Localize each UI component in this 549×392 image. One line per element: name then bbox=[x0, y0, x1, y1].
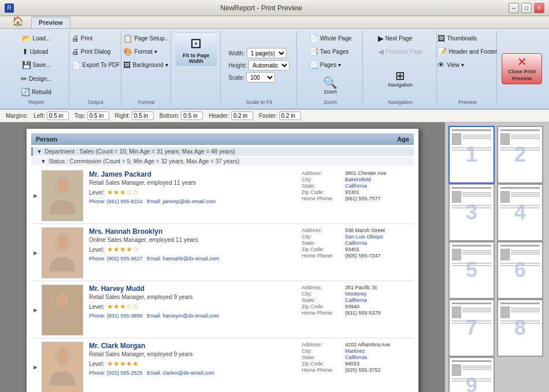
person-name: Mrs. Hannah Brooklyn bbox=[89, 227, 296, 236]
ribbon-toolbar: 📂Load... ⬆Upload 💾Save... ✏Design... 🔄Re… bbox=[0, 29, 549, 110]
thumbnail-item[interactable]: 9 bbox=[448, 357, 495, 392]
design-button[interactable]: ✏Design... bbox=[17, 73, 55, 85]
close-print-button[interactable]: ✕ Close Print Preview bbox=[502, 53, 542, 84]
maximize-btn[interactable]: □ bbox=[521, 3, 532, 13]
footer-margin-input[interactable] bbox=[279, 111, 301, 120]
load-button[interactable]: 📂Load... bbox=[18, 32, 54, 44]
zoom-button[interactable]: 🔍 Zoom bbox=[319, 75, 342, 96]
height-select[interactable]: Automatic bbox=[248, 60, 290, 70]
width-param: Width: 1 page(s) bbox=[228, 48, 286, 58]
expand-icon[interactable]: ▶ bbox=[34, 250, 42, 256]
svg-point-1 bbox=[57, 178, 68, 193]
ribbon-group-output: 🖨Print 🖨Print Dialog 📄Export To PDF Outp… bbox=[71, 31, 121, 106]
header-margin-label: Header: bbox=[209, 113, 229, 119]
header-age: Age bbox=[397, 136, 409, 143]
right-margin-input[interactable] bbox=[132, 111, 154, 120]
background-button[interactable]: 🖼Background ▾ bbox=[120, 59, 173, 71]
ribbon-group-report: 📂Load... ⬆Upload 💾Save... ✏Design... 🔄Re… bbox=[3, 31, 69, 106]
export-pdf-button[interactable]: 📄Export To PDF bbox=[68, 59, 124, 71]
scale-select[interactable]: 100 bbox=[246, 72, 275, 83]
tab-file[interactable]: 🏠 bbox=[5, 13, 31, 28]
ribbon-tab-bar: 🏠 Preview bbox=[0, 16, 549, 29]
person-contact: Phone: (661) 555-8224 Email: jamesp@dx-e… bbox=[89, 199, 296, 204]
rebuild-button[interactable]: 🔄Rebuild bbox=[17, 86, 55, 98]
right-margin-label: Right: bbox=[115, 113, 130, 119]
thumbnail-item[interactable]: 6 bbox=[497, 241, 543, 299]
expand-icon[interactable]: ▶ bbox=[34, 364, 42, 370]
svg-point-3 bbox=[57, 235, 68, 250]
close-btn[interactable]: ✕ bbox=[534, 3, 544, 13]
ribbon-group-scale: Width: 1 page(s) Height: Automatic Scale… bbox=[222, 31, 297, 106]
pages-button[interactable]: 📃Pages ▾ bbox=[306, 59, 355, 71]
thumbnail-row: 3 4 bbox=[448, 184, 546, 241]
thumbnail-item[interactable]: 3 bbox=[448, 184, 495, 241]
left-margin-input[interactable] bbox=[47, 111, 69, 120]
top-margin-field: Top: bbox=[75, 111, 109, 120]
thumbnail-item[interactable]: 4 bbox=[497, 184, 543, 241]
thumbnail-item[interactable]: 8 bbox=[497, 299, 543, 357]
print-button[interactable]: 🖨Print bbox=[68, 32, 124, 44]
fit-page-button[interactable]: ⊡ Fit to Page Width bbox=[176, 32, 217, 67]
save-button[interactable]: 💾Save... bbox=[18, 59, 54, 71]
bottom-margin-field: Bottom: bbox=[159, 111, 203, 120]
thumbnail-row: 7 8 bbox=[448, 299, 546, 357]
scale-param: Scale: 100 bbox=[228, 72, 275, 83]
svg-point-7 bbox=[57, 349, 68, 364]
report-header: Person Age bbox=[31, 133, 414, 145]
expand-icon[interactable]: ▶ bbox=[34, 307, 42, 313]
thumbnail-item[interactable]: 7 bbox=[448, 299, 495, 357]
ribbon-group-format: 📋Page Setup... 🎨Format ▾ 🖼Background ▾ F… bbox=[123, 31, 171, 106]
navigation-button[interactable]: ⊞ Navigation bbox=[385, 68, 416, 89]
report-group-content: 📂Load... ⬆Upload 💾Save... ✏Design... 🔄Re… bbox=[7, 32, 65, 98]
minimize-btn[interactable]: ─ bbox=[509, 3, 519, 13]
person-photo bbox=[42, 285, 83, 335]
top-margin-input[interactable] bbox=[87, 111, 109, 120]
thumbnail-row: 1 2 bbox=[448, 126, 546, 184]
zoom-group-label: Zoom bbox=[298, 99, 363, 105]
person-title: Retail Sales Manager, employed 11 years bbox=[89, 180, 296, 186]
next-page-button[interactable]: ▶Next Page bbox=[374, 32, 426, 44]
whole-page-button[interactable]: 📄Whole Page bbox=[306, 32, 355, 44]
person-name: Mr. Clark Morgan bbox=[89, 342, 296, 350]
person-photo bbox=[42, 170, 83, 221]
left-margin-label: Left: bbox=[34, 113, 44, 119]
page-setup-button[interactable]: 📋Page Setup... bbox=[120, 32, 173, 44]
person-level: Level:★★★★☆ bbox=[89, 245, 296, 253]
thumbnail-item[interactable]: 1 bbox=[448, 126, 495, 184]
svg-point-5 bbox=[57, 292, 68, 307]
tab-preview[interactable]: Preview bbox=[31, 17, 71, 28]
print-dialog-button[interactable]: 🖨Print Dialog bbox=[68, 46, 124, 58]
person-row: ▶ Mr. Harvey MuddRetail Sales Manager, e… bbox=[31, 282, 414, 338]
header-person: Person bbox=[36, 136, 57, 143]
two-pages-button[interactable]: 📑Two Pages bbox=[306, 46, 355, 58]
format-button[interactable]: 🎨Format ▾ bbox=[120, 46, 173, 58]
ribbon-group-zoom: 📄Whole Page 📑Two Pages 📃Pages ▾ 🔍 Zoom Z… bbox=[298, 31, 363, 106]
person-name: Mr. Harvey Mudd bbox=[89, 285, 296, 293]
person-address: Address:4202 Alhambra Ave City:Martinez … bbox=[296, 342, 411, 392]
person-info: Mrs. Hannah BrooklynOnline Sales Manager… bbox=[83, 227, 296, 278]
preview-group-label: Preview bbox=[438, 99, 496, 105]
main-area: Person Age ▼Department : Sales (Count = … bbox=[0, 122, 549, 392]
person-contact: Phone: (831) 555-3895 Email: harveym@dx-… bbox=[89, 313, 296, 319]
header-margin-input[interactable] bbox=[231, 111, 253, 120]
footer-margin-field: Footer: bbox=[259, 111, 301, 120]
thumbnails-button[interactable]: 🖼Thumbnails bbox=[434, 32, 500, 44]
thumbnail-item[interactable]: 2 bbox=[497, 126, 543, 184]
view-button[interactable]: 👁View ▾ bbox=[434, 59, 500, 71]
bottom-margin-input[interactable] bbox=[181, 111, 203, 120]
report-group-label: Report bbox=[3, 99, 69, 105]
left-margin-field: Left: bbox=[34, 111, 68, 120]
bottom-margin-label: Bottom: bbox=[159, 113, 179, 119]
thumbnail-panel: 1 2 bbox=[445, 122, 549, 392]
width-select[interactable]: 1 page(s) bbox=[247, 48, 287, 58]
person-address: Address:351 Pacific St City:Monterey Sta… bbox=[296, 285, 411, 335]
person-row: ▶ Mr. James PackardRetail Sales Manager,… bbox=[31, 168, 414, 224]
ribbon-group-navigation: ▶Next Page ◀Previous Page ⊞ Navigation N… bbox=[364, 31, 437, 106]
expand-icon[interactable]: ▶ bbox=[34, 193, 42, 199]
upload-button[interactable]: ⬆Upload bbox=[18, 46, 54, 58]
header-footer-button[interactable]: 📝Header and Footer bbox=[434, 46, 500, 58]
prev-page-button[interactable]: ◀Previous Page bbox=[374, 46, 426, 58]
navigation-group-label: Navigation bbox=[364, 99, 436, 105]
ribbon-group-preview: 🖼Thumbnails 📝Header and Footer 👁View ▾ P… bbox=[438, 31, 497, 106]
thumbnail-item[interactable]: 5 bbox=[448, 241, 495, 299]
